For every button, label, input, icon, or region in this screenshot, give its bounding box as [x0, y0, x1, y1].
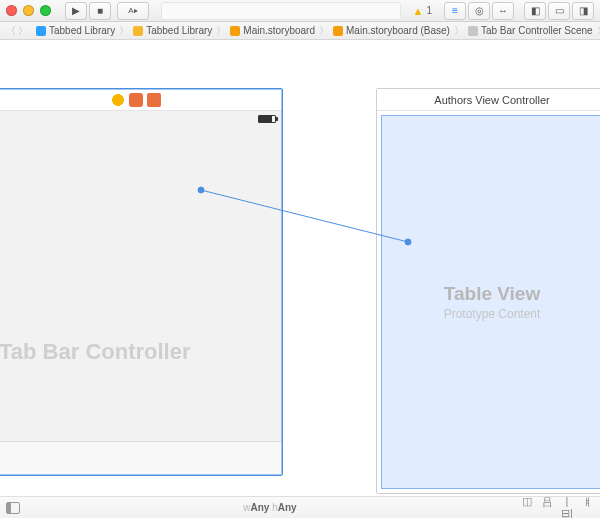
align-tool[interactable]: ◫ [520, 495, 534, 518]
tab-bar-controller-view[interactable]: Tab Bar Controller [0, 111, 282, 475]
scene-dock-icon[interactable] [147, 93, 161, 107]
document-outline-toggle[interactable] [6, 502, 20, 514]
size-class-control[interactable]: wAny hAny [30, 502, 510, 513]
toggle-debug-area-button[interactable]: ▭ [548, 2, 570, 20]
version-editor-button[interactable]: ↔ [492, 2, 514, 20]
status-bar [0, 111, 282, 127]
toggle-utilities-button[interactable]: ◨ [572, 2, 594, 20]
storyboard-icon [230, 26, 240, 36]
back-button[interactable]: 〈 [6, 24, 16, 38]
scheme-selector[interactable]: A▸ [117, 2, 149, 20]
tab-bar-controller-scene[interactable]: Tab Bar Controller [0, 88, 283, 476]
scene-icon [468, 26, 478, 36]
storyboard-icon [333, 26, 343, 36]
table-view-label: Table View [444, 283, 540, 305]
assistant-editor-button[interactable]: ◎ [468, 2, 490, 20]
scene-title: Authors View Controller [434, 94, 549, 106]
table-view[interactable]: Table View Prototype Content [381, 115, 600, 489]
warning-count: 1 [426, 5, 432, 16]
scene-header[interactable]: Authors View Controller [377, 89, 600, 111]
jump-bar-storyboard-base[interactable]: Main.storyboard (Base) [333, 25, 450, 36]
authors-view-controller-scene[interactable]: Authors View Controller Table View Proto… [376, 88, 600, 494]
exit-icon[interactable] [129, 93, 143, 107]
activity-viewer [161, 2, 401, 20]
issues-indicator[interactable]: ▲ 1 [413, 5, 432, 17]
first-responder-icon[interactable] [111, 93, 125, 107]
window-titlebar: ▶ ■ A▸ ▲ 1 ≡ ◎ ↔ ◧ ▭ ◨ [0, 0, 600, 22]
storyboard-canvas[interactable]: Tab Bar Controller Authors View Controll… [0, 40, 600, 494]
canvas-bottom-bar: wAny hAny ◫ 吕 |⊟| ㅒ [0, 496, 600, 518]
pin-tool[interactable]: 吕 [540, 495, 554, 518]
folder-icon [133, 26, 143, 36]
layout-tools: ◫ 吕 |⊟| ㅒ [520, 495, 594, 518]
jump-bar-project[interactable]: Tabbed Library [36, 25, 115, 36]
project-icon [36, 26, 46, 36]
forward-button[interactable]: 〉 [18, 24, 28, 38]
tab-bar[interactable] [0, 441, 282, 475]
jump-bar-scene[interactable]: Tab Bar Controller Scene [468, 25, 593, 36]
panel-toggle-group: ◧ ▭ ◨ [524, 2, 594, 20]
warning-icon: ▲ [413, 5, 424, 17]
zoom-window-button[interactable] [40, 5, 51, 16]
run-controls: ▶ ■ [65, 2, 111, 20]
controller-placeholder-label: Tab Bar Controller [0, 339, 191, 365]
run-button[interactable]: ▶ [65, 2, 87, 20]
toggle-navigator-button[interactable]: ◧ [524, 2, 546, 20]
standard-editor-button[interactable]: ≡ [444, 2, 466, 20]
table-view-subtitle: Prototype Content [444, 307, 541, 321]
resolve-issues-tool[interactable]: |⊟| [560, 495, 574, 518]
battery-icon [258, 115, 276, 123]
window-traffic-lights [6, 5, 51, 16]
close-window-button[interactable] [6, 5, 17, 16]
jump-bar-folder[interactable]: Tabbed Library [133, 25, 212, 36]
jump-bar-storyboard[interactable]: Main.storyboard [230, 25, 315, 36]
resizing-tool[interactable]: ㅒ [580, 495, 594, 518]
minimize-window-button[interactable] [23, 5, 34, 16]
stop-button[interactable]: ■ [89, 2, 111, 20]
jump-bar[interactable]: 〈 〉 Tabbed Library 〉 Tabbed Library 〉 Ma… [0, 22, 600, 40]
scene-header[interactable] [0, 89, 282, 111]
editor-mode-group: ≡ ◎ ↔ [444, 2, 514, 20]
